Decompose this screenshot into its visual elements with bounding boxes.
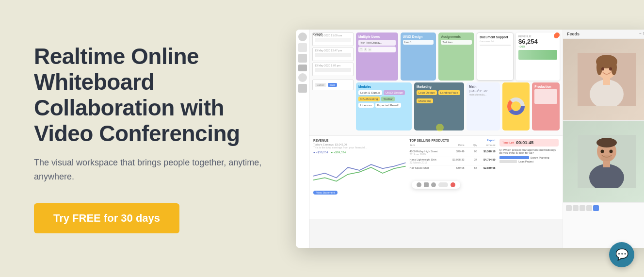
feeds-minimize-btn[interactable]: − <box>639 32 642 36</box>
icon-5 <box>593 205 599 211</box>
video-person-2 <box>563 121 644 202</box>
svg-rect-16 <box>603 160 610 167</box>
revenue-amount: $6,254 <box>518 38 557 45</box>
svg-point-6 <box>596 60 602 75</box>
card-uiux-mod: UI/UX Design <box>384 90 405 95</box>
video-person-1 <box>563 39 644 120</box>
whiteboard-area: 13 May 2020 11:00 am 13 May 2020 12:47 p… <box>309 30 563 135</box>
product-1-name: 4000 Ridley High Street27 June 2019 <box>410 150 446 156</box>
col-multiple-users-title: Multiple Users <box>358 35 396 38</box>
quiz-question: Q: Which project management methodology … <box>499 148 559 154</box>
product-2-amount: $4,754.50 <box>477 158 496 164</box>
kanban-area: Multiple Users Rich Text Display... T A … <box>356 33 560 132</box>
doc-progress <box>480 45 511 46</box>
person-2-avatar <box>578 135 636 188</box>
doc-support-title: Document Support <box>480 35 511 39</box>
timer-quiz-section: Time Left 00:01:45 Q: Which project mana… <box>499 139 559 216</box>
svg-point-18 <box>609 149 612 153</box>
sidebar-tool-4 <box>298 65 307 71</box>
col-math-title: Math <box>469 85 497 88</box>
col-uiux-title: UI/UX Design <box>403 35 434 38</box>
card-assignment: Task item <box>441 40 472 45</box>
col-amount: Amount <box>477 144 496 147</box>
kanban-row-1: Multiple Users Rich Text Display... T A … <box>356 33 560 81</box>
product-1-amount: $6,518.18 <box>477 150 496 156</box>
production-content <box>534 89 557 104</box>
col-marketing: Marketing Logo Design Landing Page Marke… <box>414 82 464 130</box>
product-3-qty: 64 <box>465 166 477 169</box>
right-panel: 13 May 2020 11:00 am 13 May 2020 12:47 p… <box>296 30 644 248</box>
col-production-title: Production <box>534 85 557 88</box>
card-toolbar: T A ≡ <box>358 47 396 52</box>
action-buttons: Cancel Save <box>312 80 354 90</box>
products-title: TOP SELLING PRODUCTS <box>410 139 449 142</box>
video-feed-2 <box>563 121 644 203</box>
option-1: Scrum Planning <box>499 156 559 159</box>
svg-point-11 <box>609 67 612 70</box>
marketing-cards: Logo Design Landing Page <box>417 90 462 95</box>
view-statement-btn[interactable]: View Statement <box>313 191 338 195</box>
revenue-widget: REVENUE $6,254 +36% <box>516 33 560 81</box>
product-row-3: Half Space Shirt $39.08 64 $2,859.96 <box>410 165 496 170</box>
col-item: Item <box>410 144 446 147</box>
option-2-label: Lean Project <box>518 160 533 163</box>
revenue-chart-title: REVENUE <box>313 139 406 142</box>
headline: Realtime Online Whiteboard Collaboration… <box>34 44 267 147</box>
svg-point-7 <box>611 60 617 75</box>
col-modules-title: Modules <box>358 85 409 88</box>
col-uiux: UI/UX Design Item 1 <box>401 33 436 81</box>
product-2-name: Hana Lightweight Shirt22 March 2018 <box>410 158 446 164</box>
col-assignments: Assignments Task item <box>438 33 474 81</box>
option-1-label: Scrum Planning <box>531 156 549 159</box>
timer-widget: Time Left 00:01:45 <box>499 139 559 147</box>
doc-support-box: Document Support document list... <box>477 33 514 81</box>
svg-point-10 <box>601 67 604 70</box>
cta-button[interactable]: Try FREE for 30 days <box>34 203 179 233</box>
product-3-price: $39.08 <box>446 166 465 169</box>
revenue-line-chart <box>313 156 406 185</box>
svg-rect-9 <box>603 77 610 85</box>
sidebar-tool-2 <box>298 43 307 52</box>
products-header: TOP SELLING PRODUCTS Export <box>410 139 496 142</box>
toolbar-cam-icon <box>417 182 421 187</box>
card-uiux-1: Item 1 <box>403 40 434 45</box>
icon-3 <box>580 205 585 211</box>
timer-label: Time Left <box>502 141 515 144</box>
card-expected: Expected Result! <box>375 103 401 108</box>
sidebar-tool-3 <box>298 54 307 63</box>
icon-2 <box>573 205 579 211</box>
modules-cards: Login & Signup UI/UX Design OAuth testin… <box>358 90 409 101</box>
revenue-bar <box>518 50 557 60</box>
timer-value: 00:01:45 <box>516 140 533 145</box>
app-screenshot: 13 May 2020 11:00 am 13 May 2020 12:47 p… <box>296 30 644 248</box>
sidebar-tool-1 <box>298 33 307 41</box>
products-section: TOP SELLING PRODUCTS Export Item Price Q… <box>410 139 496 216</box>
math-sub: matrix formula... <box>469 93 497 96</box>
chat-icon: 💬 <box>615 248 628 261</box>
product-2-price: $3,028.33 <box>446 158 465 164</box>
bar-2 <box>499 160 517 163</box>
svg-point-17 <box>600 149 604 153</box>
quiz-options: Scrum Planning Lean Project <box>499 156 559 163</box>
card-landing: Landing Page <box>438 90 460 95</box>
col-assignments-title: Assignments <box>441 35 472 38</box>
canvas-toolbar <box>412 181 460 189</box>
col-qty: Qty <box>465 144 477 147</box>
col-graph-title: Graph <box>313 33 322 36</box>
products-col-headers: Item Price Qty Amount <box>410 144 496 148</box>
feeds-controls: − ✕ <box>639 32 644 36</box>
bottom-icons <box>566 205 644 211</box>
chart-label-2: ● +$69,524 <box>331 151 345 154</box>
col-marketing-title: Marketing <box>417 85 462 88</box>
video-feed-1 <box>563 39 644 121</box>
product-3-amount: $2,859.96 <box>477 166 496 169</box>
sidebar-tool-6 <box>298 84 307 93</box>
card-login: Login & Signup <box>358 90 382 95</box>
card-toolbar-mod: Toolbar <box>381 97 395 101</box>
math-formula: ∫∫196 15° x² -1/x² <box>469 89 497 92</box>
donut-chart <box>506 97 526 116</box>
chat-bubble[interactable]: 💬 <box>609 242 634 267</box>
idea-bulb <box>436 124 444 131</box>
chart-label-1: ● +$58,254 <box>313 151 328 154</box>
product-2-qty: 37 <box>465 158 477 164</box>
